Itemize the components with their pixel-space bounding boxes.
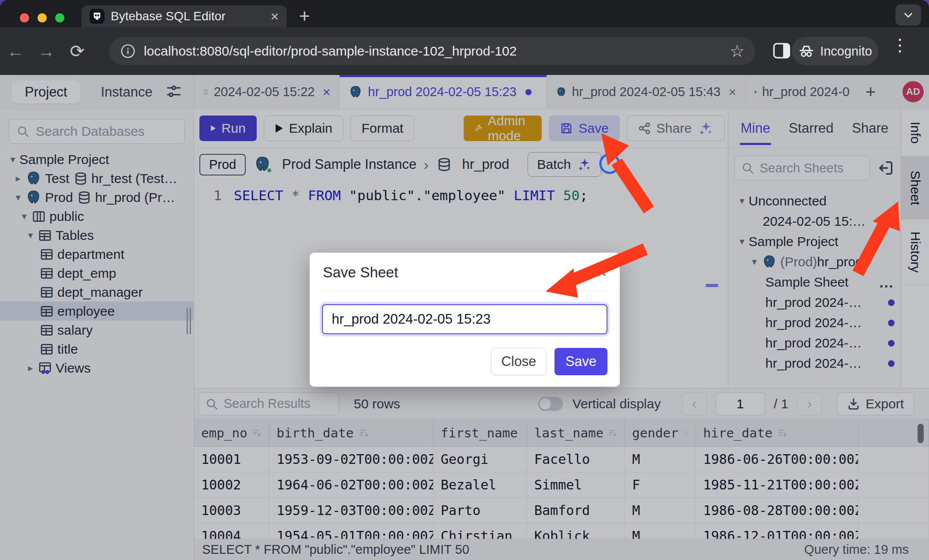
new-browser-tab-button[interactable]: + [299, 6, 310, 26]
tree-node-table-salary[interactable]: salary [0, 321, 194, 340]
prev-page-button[interactable]: ‹ [682, 392, 707, 415]
sheet-item[interactable]: hr_prod 2024-… [728, 313, 901, 333]
table-cell[interactable]: 10001 [194, 447, 270, 472]
admin-mode-button[interactable]: Admin mode [464, 116, 542, 141]
vertical-display-toggle[interactable] [538, 397, 563, 411]
editor-tab-2-active[interactable]: hr_prod 2024-02-05 15:23 [340, 75, 547, 109]
tree-node-prod-db[interactable]: ▾ Prod hr_prod (Pr… [0, 188, 194, 207]
table-cell[interactable]: 1954-05-01T00:00:00Z [270, 523, 434, 539]
table-cell[interactable]: 1964-06-02T00:00:00Z [270, 472, 434, 498]
user-avatar[interactable]: AD [903, 81, 924, 102]
table-cell[interactable]: 1986-12-01T00:00:00Z [696, 523, 858, 539]
sort-icon[interactable] [252, 427, 262, 439]
tree-node-table-employee[interactable]: employee [0, 302, 194, 321]
dialog-save-button[interactable]: Save [554, 348, 607, 375]
editor-tab-4[interactable]: hr_prod 2024-0 [745, 75, 858, 109]
chevron-down-icon[interactable]: ▾ [6, 154, 19, 165]
sheet-item-sample[interactable]: Sample Sheet … [728, 272, 901, 292]
tab-history[interactable]: History [901, 220, 929, 285]
explain-button[interactable]: Explain [264, 116, 343, 141]
table-cell[interactable]: 1985-11-21T00:00:00Z [696, 472, 858, 498]
side-panel-icon[interactable] [773, 42, 790, 61]
database-name[interactable]: hr_prod [462, 157, 509, 172]
column-header[interactable]: emp_no [194, 419, 270, 447]
table-cell[interactable]: Facello [527, 447, 625, 472]
new-sheet-tab-button[interactable]: + [858, 75, 883, 109]
column-header[interactable]: first_name [434, 419, 527, 447]
sheet-item[interactable]: hr_prod 2024-… [728, 292, 901, 313]
share-button[interactable]: Share [627, 116, 725, 141]
tab-mine[interactable]: Mine [741, 120, 770, 136]
close-icon[interactable]: × [597, 265, 607, 280]
chevron-down-icon[interactable]: ▾ [18, 211, 31, 222]
tree-node-project[interactable]: ▾ Sample Project [0, 150, 194, 169]
sort-icon[interactable] [358, 427, 370, 439]
table-cell[interactable]: 1986-06-26T00:00:00Z [696, 447, 858, 472]
chevron-down-icon[interactable]: ▾ [24, 230, 37, 241]
dialog-close-button[interactable]: Close [491, 348, 547, 375]
chevron-down-icon[interactable]: ▾ [748, 256, 761, 268]
chevron-down-icon[interactable]: ▾ [11, 192, 25, 203]
sidebar-resize-handle[interactable] [187, 308, 191, 334]
sheet-group-project[interactable]: ▾ Sample Project [728, 231, 901, 252]
browser-tab-close-icon[interactable]: × [270, 9, 279, 23]
tab-sheet[interactable]: Sheet [901, 157, 929, 220]
export-button[interactable]: Export [837, 392, 914, 415]
tree-node-table-dept-emp[interactable]: dept_emp [0, 264, 194, 283]
table-cell[interactable]: M [625, 523, 696, 539]
tab-share[interactable]: Share [852, 120, 888, 136]
table-cell[interactable]: Parto [434, 498, 527, 523]
tree-node-views-group[interactable]: ▸ Views [0, 358, 194, 377]
tab-search-button[interactable] [895, 4, 921, 26]
sort-icon[interactable] [777, 427, 788, 439]
window-minimize-button[interactable] [37, 13, 47, 22]
table-cell[interactable]: Bezalel [434, 472, 527, 498]
tree-node-table-dept-manager[interactable]: dept_manager [0, 283, 194, 302]
table-cell[interactable]: Georgi [434, 447, 527, 472]
tree-node-table-department[interactable]: department [0, 245, 194, 264]
reload-icon[interactable]: ⟳ [62, 41, 93, 61]
collapse-panel-icon[interactable] [877, 159, 895, 177]
editor-tab-1[interactable]: 2024-02-05 15:22 × [194, 75, 340, 109]
sheet-group-unconnected[interactable]: ▾ Unconnected [728, 191, 901, 211]
close-icon[interactable]: × [322, 85, 330, 100]
results-scrollbar-thumb[interactable] [918, 424, 924, 443]
next-page-button[interactable]: › [797, 392, 822, 415]
table-cell[interactable]: 1986-08-28T00:00:00Z [696, 498, 858, 523]
browser-tab[interactable]: Bytebase SQL Editor × [82, 5, 287, 27]
sheet-db-node[interactable]: ▾ (Prod) hr_prod [728, 252, 901, 272]
url-text[interactable]: localhost:8080/sql-editor/prod-sample-in… [144, 44, 730, 59]
table-cell[interactable]: M [625, 447, 696, 472]
tab-starred[interactable]: Starred [789, 120, 834, 136]
table-cell[interactable]: 1953-09-02T00:00:00Z [270, 447, 434, 472]
window-zoom-button[interactable] [55, 13, 64, 22]
tree-node-schema-public[interactable]: ▾ public [0, 207, 194, 226]
close-icon[interactable]: × [728, 85, 736, 100]
chevron-right-icon[interactable]: ▸ [11, 173, 25, 184]
tree-node-tables-group[interactable]: ▾ Tables [0, 226, 194, 245]
editor-tab-3[interactable]: hr_prod 2024-02-05 15:43 × [547, 75, 745, 109]
tab-info[interactable]: Info [901, 109, 929, 157]
tree-node-table-title[interactable]: title [0, 340, 194, 358]
search-results-input[interactable]: Search Results [199, 392, 339, 415]
column-header[interactable]: gender [625, 419, 696, 447]
bookmark-star-icon[interactable]: ☆ [730, 41, 745, 61]
sheet-item[interactable]: hr_prod 2024-… [728, 333, 901, 353]
tab-instance[interactable]: Instance [101, 84, 152, 100]
browser-menu-icon[interactable]: ⋮ [891, 35, 909, 55]
column-header[interactable]: hire_date [696, 419, 858, 447]
table-cell[interactable]: 10004 [194, 523, 270, 539]
table-cell[interactable]: 1959-12-03T00:00:00Z [270, 498, 434, 523]
chevron-down-icon[interactable]: ▾ [735, 195, 749, 207]
run-button[interactable]: Run [199, 116, 257, 141]
search-sheets-input[interactable]: Search Sheets [734, 156, 870, 180]
table-cell[interactable]: Koblick [527, 523, 625, 539]
chevron-right-icon[interactable]: ▸ [24, 362, 37, 374]
window-close-button[interactable] [20, 13, 29, 22]
sort-icon[interactable] [608, 427, 618, 439]
table-cell[interactable]: 10003 [194, 498, 270, 523]
table-cell[interactable]: M [625, 498, 696, 523]
address-bar[interactable]: localhost:8080/sql-editor/prod-sample-in… [109, 37, 755, 65]
tree-node-test-db[interactable]: ▸ Test hr_test (Test… [0, 169, 194, 188]
forward-icon[interactable]: → [31, 41, 62, 61]
